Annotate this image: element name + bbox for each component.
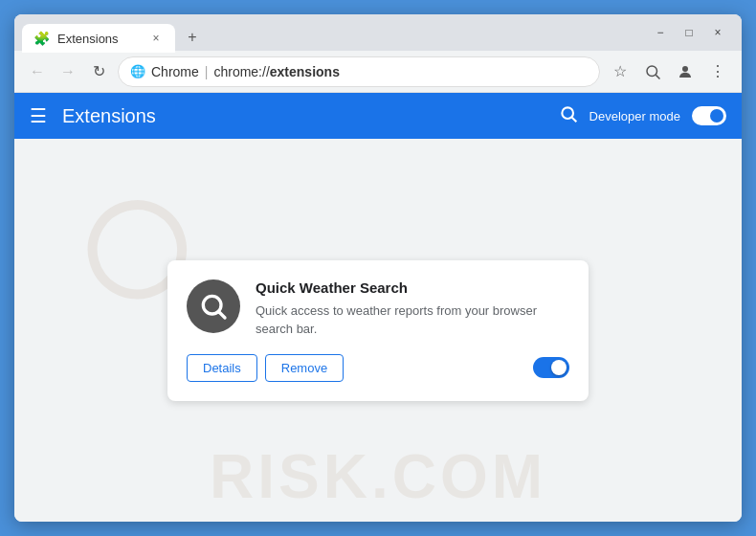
search-lens-icon[interactable] (640, 59, 665, 84)
forward-button[interactable]: → (56, 60, 79, 83)
svg-point-3 (562, 107, 573, 119)
url-separator: | (205, 64, 209, 79)
developer-mode-toggle[interactable] (692, 106, 726, 125)
svg-line-8 (219, 312, 225, 318)
extension-enable-toggle[interactable] (533, 357, 569, 378)
tab-title: Extensions (57, 32, 141, 46)
url-path: chrome://extensions (213, 64, 340, 79)
svg-line-1 (656, 75, 659, 78)
profile-icon[interactable] (673, 59, 698, 84)
tab-extension-icon: 🧩 (33, 31, 50, 46)
extension-description: Quick access to weather reports from you… (256, 302, 569, 339)
main-content: RISK.COM Quick Weather Search Quick acce… (14, 139, 742, 522)
toggle-knob (710, 109, 723, 123)
minimize-button[interactable]: − (652, 24, 669, 41)
back-button[interactable]: ← (26, 60, 49, 83)
menu-dots-icon[interactable]: ⋮ (705, 59, 730, 84)
extension-toggle-knob (551, 360, 567, 375)
extension-info: Quick Weather Search Quick access to wea… (256, 279, 569, 339)
title-bar: 🧩 Extensions × + − □ × (14, 14, 742, 51)
svg-point-2 (682, 66, 688, 72)
reload-button[interactable]: ↻ (87, 60, 110, 83)
chrome-extensions-header: ☰ Extensions Developer mode (14, 93, 742, 139)
new-tab-button[interactable]: + (179, 24, 206, 51)
active-tab[interactable]: 🧩 Extensions × (22, 24, 175, 53)
extension-name: Quick Weather Search (256, 279, 569, 296)
url-path-bold: extensions (270, 64, 340, 79)
maximize-button[interactable]: □ (680, 24, 698, 41)
svg-point-0 (647, 66, 657, 77)
card-top: Quick Weather Search Quick access to wea… (187, 279, 569, 339)
url-bar[interactable]: 🌐 Chrome | chrome://extensions (118, 56, 600, 87)
hamburger-menu-icon[interactable]: ☰ (30, 104, 47, 127)
site-icon: 🌐 (130, 64, 145, 78)
details-button[interactable]: Details (187, 354, 257, 382)
tab-strip: 🧩 Extensions × + (22, 14, 648, 51)
card-bottom: Details Remove (187, 354, 569, 382)
window-controls: − □ × (652, 24, 734, 41)
svg-line-4 (571, 117, 576, 122)
header-right: Developer mode (559, 104, 726, 128)
page-title: Extensions (62, 105, 156, 127)
developer-mode-label: Developer mode (589, 109, 680, 123)
extension-icon (187, 279, 240, 333)
close-button[interactable]: × (709, 24, 726, 41)
magnifier-svg (198, 291, 229, 322)
search-icon[interactable] (559, 104, 578, 128)
extension-card: Quick Weather Search Quick access to wea… (167, 260, 589, 401)
watermark-text: RISK.COM (210, 441, 546, 512)
tab-close-button[interactable]: × (148, 31, 164, 46)
browser-window: 🧩 Extensions × + − □ × ← → ↻ 🌐 Chrome | … (14, 14, 742, 522)
remove-button[interactable]: Remove (265, 354, 344, 382)
url-domain: Chrome (151, 64, 199, 79)
address-actions: ☆ ⋮ (608, 59, 730, 84)
bookmark-icon[interactable]: ☆ (608, 59, 633, 84)
address-bar: ← → ↻ 🌐 Chrome | chrome://extensions ☆ (14, 51, 742, 93)
